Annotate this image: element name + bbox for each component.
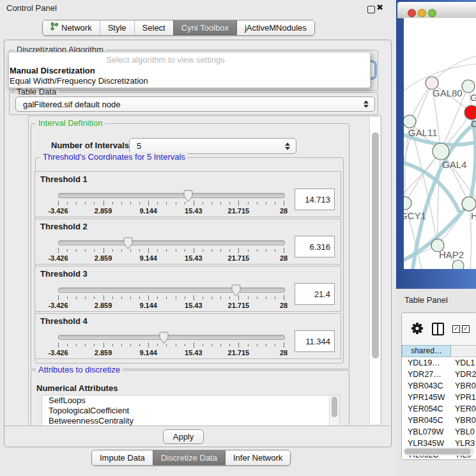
threshold-value-field[interactable]: 6.316 — [295, 236, 335, 257]
threshold-slider-track[interactable] — [58, 288, 285, 293]
network-node[interactable] — [404, 197, 411, 210]
network-edge[interactable] — [404, 151, 441, 198]
network-node[interactable] — [464, 105, 476, 119]
tick-mark — [157, 296, 158, 299]
tab-network[interactable]: Network — [43, 20, 100, 35]
combo-arrows-icon — [363, 100, 369, 108]
tab-discretize-data[interactable]: Discretize Data — [153, 450, 225, 465]
column-header-name[interactable]: n — [451, 345, 476, 357]
tab-label: Select — [142, 20, 165, 35]
float-window-icon[interactable] — [367, 6, 375, 13]
network-window-titlebar[interactable] — [397, 2, 476, 19]
tab-cyni-toolbox[interactable]: Cyni Toolbox — [173, 20, 236, 35]
column-header-shared-name[interactable]: shared… — [402, 345, 451, 357]
network-node[interactable] — [462, 197, 476, 211]
tick-mark — [76, 296, 77, 299]
network-node-label: GCY1 — [404, 210, 426, 221]
close-icon[interactable]: ✖ — [376, 3, 383, 12]
table-row[interactable]: YBL079WYBL0 — [402, 426, 476, 438]
threshold-slider-thumb[interactable] — [123, 237, 133, 250]
tick-mark — [248, 202, 249, 204]
checkbox-icon[interactable]: ✓ — [452, 325, 460, 333]
tick-mark — [185, 344, 185, 346]
tick-label: 21.715 — [228, 254, 250, 262]
tick-label: 15.43 — [185, 254, 203, 262]
network-edge-highlighted[interactable] — [470, 119, 475, 203]
horizontal-scrollbar[interactable] — [403, 447, 475, 456]
screen: Control Panel ✖ Network Style Select Cyn… — [0, 0, 476, 476]
vertical-scrollbar[interactable] — [369, 117, 380, 424]
tab-impute-data[interactable]: Impute Data — [92, 450, 153, 465]
control-panel-titlebar: Control Panel ✖ — [0, 0, 396, 15]
tick-label: -3.426 — [48, 254, 68, 262]
tick-mark — [211, 344, 212, 346]
tick-label: 21.715 — [228, 302, 250, 309]
threshold-value-field[interactable]: 14.713 — [295, 188, 335, 210]
table-data-combo-value: galFiltered.sif default node — [16, 100, 363, 109]
tick-mark — [67, 249, 68, 252]
threshold-slider-thumb[interactable] — [183, 190, 193, 203]
tick-mark — [194, 201, 194, 206]
attribute-list-item[interactable]: TopologicalCoefficient — [42, 406, 339, 416]
tick-label: 15.43 — [185, 349, 203, 357]
tick-mark — [121, 344, 122, 346]
network-node[interactable] — [462, 80, 475, 93]
tab-label: Network — [61, 20, 92, 35]
tick-mark — [67, 202, 68, 204]
network-node[interactable] — [452, 260, 464, 269]
scrollbar-thumb[interactable] — [404, 449, 471, 454]
zoom-traffic-light[interactable] — [428, 9, 436, 17]
tick-mark — [266, 344, 266, 346]
tab-infer-network[interactable]: Infer Network — [225, 450, 290, 465]
shared-name-cell: YDL19… — [402, 357, 451, 369]
attribute-list-item[interactable]: SelfLoops — [42, 395, 339, 406]
tick-mark — [220, 344, 221, 346]
table-row[interactable]: YPR145WYPR1 — [402, 392, 476, 403]
close-traffic-light[interactable] — [408, 9, 416, 17]
checkbox-icon[interactable]: ✓ — [462, 325, 470, 333]
threshold-slider-thumb[interactable] — [231, 284, 241, 297]
apply-button[interactable]: Apply — [163, 429, 204, 444]
threshold-slider-thumb[interactable] — [159, 332, 169, 344]
minimize-traffic-light[interactable] — [418, 9, 426, 17]
tick-label: -3.426 — [48, 349, 68, 357]
gear-icon[interactable] — [411, 322, 424, 337]
threshold-value-field[interactable]: 21.4 — [295, 283, 335, 305]
threshold-value-field[interactable]: 11.344 — [295, 330, 335, 352]
threshold-slider-track[interactable] — [58, 193, 285, 198]
table-row[interactable]: YBR045CYBR0 — [402, 415, 476, 426]
name-cell: YER0 — [451, 403, 476, 415]
table-data-combo[interactable]: galFiltered.sif default node — [15, 96, 375, 112]
tick-mark — [275, 249, 275, 252]
num-intervals-label: Number of Intervals — [51, 141, 129, 150]
tick-mark — [157, 249, 158, 252]
tab-jactivemnodules[interactable]: jActiveMNodules — [236, 20, 314, 35]
tick-mark — [67, 344, 68, 346]
tab-select[interactable]: Select — [134, 20, 173, 35]
network-node[interactable] — [404, 115, 416, 128]
scrollbar-thumb[interactable] — [332, 397, 337, 417]
table-toolbar: ✓ ✓ — [402, 313, 476, 345]
network-node[interactable] — [433, 143, 449, 160]
tick-label: 9.144 — [139, 302, 157, 309]
tick-mark — [157, 344, 158, 346]
table-row[interactable]: YDL19…YDL1 — [402, 357, 476, 369]
threshold-slider-track[interactable] — [58, 240, 285, 245]
threshold-slider-track[interactable] — [58, 335, 285, 340]
list-scrollbar[interactable] — [329, 395, 339, 426]
scrollbar-thumb[interactable] — [372, 132, 379, 358]
table-row[interactable]: YBR043CYBR0 — [402, 380, 476, 392]
tick-label: 2.859 — [95, 302, 112, 309]
dropdown-option-equal-width-frequency[interactable]: Equal Width/Frequency Discretization — [10, 76, 148, 86]
attribute-list-item[interactable]: BetweennessCentrality — [42, 416, 339, 426]
table-row[interactable]: YER054CYER0 — [402, 403, 476, 415]
tick-mark — [85, 249, 86, 252]
split-columns-icon[interactable] — [432, 323, 444, 335]
tick-mark — [112, 296, 113, 299]
network-edge[interactable] — [432, 56, 476, 83]
tab-style[interactable]: Style — [100, 20, 134, 35]
dropdown-option-manual-discretization[interactable]: Manual Discretization — [10, 66, 95, 75]
table-row[interactable]: YDR27…YDR2 — [402, 369, 476, 380]
network-canvas[interactable]: GAL80G.CGAL11GAL4GCY1HHAP2 — [404, 18, 476, 269]
shared-name-cell: YPR145W — [402, 392, 451, 403]
